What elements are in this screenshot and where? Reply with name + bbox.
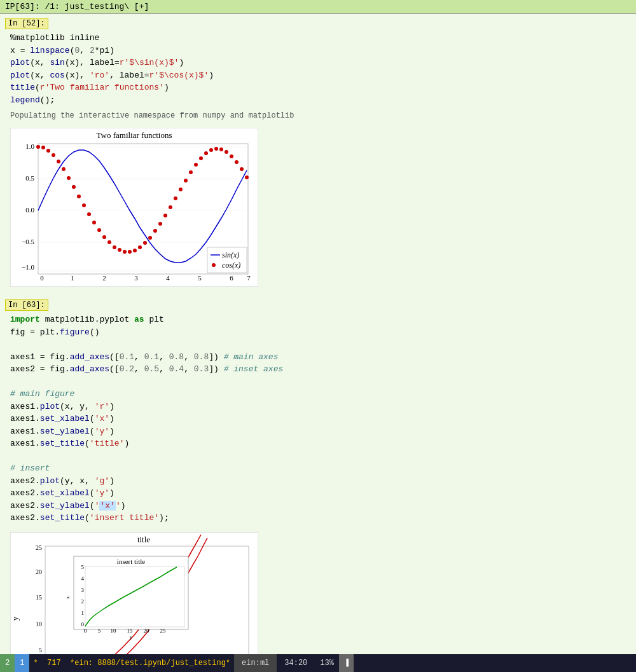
svg-point-22 — [46, 149, 50, 153]
svg-point-27 — [72, 185, 76, 189]
status-modified: * 717 *ein: 8888/test.ipynb/just_testing… — [29, 659, 234, 668]
svg-text:7: 7 — [247, 274, 251, 282]
svg-point-26 — [67, 176, 71, 180]
cell-63-label[interactable]: In [63]: — [5, 299, 48, 311]
cell-52-output: Populating the interactive namespace fro… — [0, 109, 636, 123]
svg-text:3: 3 — [134, 274, 138, 282]
svg-point-20 — [36, 145, 40, 149]
svg-point-37 — [123, 250, 127, 254]
svg-text:sin(x): sin(x) — [222, 250, 239, 259]
svg-text:0.0: 0.0 — [25, 206, 34, 214]
cell-52-label[interactable]: In [52]: — [5, 18, 48, 29]
status-cell-num: 1 — [15, 654, 29, 672]
svg-text:6: 6 — [230, 274, 233, 282]
svg-point-57 — [225, 150, 228, 154]
status-cell-num2: 2 — [0, 654, 15, 672]
status-position: 34:20 — [277, 659, 315, 668]
svg-text:4: 4 — [166, 274, 170, 282]
svg-text:1: 1 — [71, 274, 74, 282]
cell-63-code: import matplotlib.pyplot as plt fig = pl… — [0, 312, 636, 527]
chart2-main-ylabel: y — [11, 617, 20, 621]
svg-text:x: x — [64, 596, 71, 599]
svg-text:1: 1 — [81, 610, 85, 616]
svg-point-55 — [214, 147, 218, 151]
svg-point-50 — [189, 170, 193, 174]
chart2-svg: title y x 25 20 15 10 5 0 0 1 2 3 4 — [10, 532, 258, 655]
svg-text:5: 5 — [81, 564, 85, 570]
svg-text:5: 5 — [39, 647, 42, 654]
svg-text:15: 15 — [36, 594, 42, 601]
svg-text:y: y — [130, 634, 133, 640]
chart2-main-title: title — [137, 535, 150, 544]
svg-point-39 — [133, 249, 137, 252]
svg-point-35 — [113, 245, 116, 249]
svg-text:3: 3 — [81, 587, 85, 593]
svg-point-42 — [148, 236, 152, 240]
svg-point-31 — [92, 221, 96, 224]
svg-text:2: 2 — [81, 598, 85, 605]
svg-text:15: 15 — [127, 627, 134, 634]
svg-point-33 — [102, 235, 106, 239]
cell-52: In [52]: %matplotlib inline x = linspace… — [0, 14, 636, 296]
cell-63: In [63]: import matplotlib.pyplot as plt… — [0, 296, 636, 654]
svg-text:25: 25 — [160, 627, 167, 634]
svg-text:10: 10 — [111, 627, 117, 634]
title-bar: IP[63]: /1: just_testing\ [+] — [0, 0, 636, 14]
chart2-container: title y x 25 20 15 10 5 0 0 1 2 3 4 — [10, 532, 258, 655]
svg-point-61 — [245, 175, 249, 179]
svg-point-46 — [169, 205, 172, 209]
svg-point-51 — [194, 163, 198, 167]
svg-text:−0.5: −0.5 — [22, 238, 34, 245]
svg-text:5: 5 — [98, 627, 101, 634]
svg-text:0: 0 — [40, 274, 44, 282]
svg-point-23 — [52, 153, 55, 157]
svg-text:25: 25 — [36, 544, 42, 551]
svg-point-38 — [128, 250, 132, 254]
svg-text:−1.0: −1.0 — [22, 263, 34, 271]
svg-point-21 — [41, 146, 45, 149]
svg-point-44 — [158, 222, 162, 226]
status-scroll: ▐ — [339, 654, 354, 672]
svg-point-43 — [153, 229, 157, 233]
svg-point-28 — [77, 195, 81, 198]
svg-point-58 — [230, 154, 233, 158]
svg-point-60 — [240, 167, 244, 171]
svg-text:4: 4 — [81, 575, 85, 582]
svg-text:0: 0 — [81, 621, 85, 627]
svg-point-45 — [163, 214, 167, 217]
svg-point-48 — [179, 188, 183, 191]
svg-point-29 — [82, 203, 86, 207]
svg-point-59 — [235, 160, 238, 164]
svg-point-56 — [219, 147, 223, 151]
status-mode: ein:ml — [234, 654, 277, 672]
svg-point-47 — [174, 196, 177, 200]
chart2-inset-title: insert title — [117, 558, 145, 565]
chart1-container: Two familiar functions 1.0 0.5 0.0 −0.5 … — [10, 128, 258, 289]
svg-point-34 — [107, 240, 111, 244]
svg-point-40 — [138, 245, 142, 249]
notebook[interactable]: In [52]: %matplotlib inline x = linspace… — [0, 14, 636, 654]
svg-point-54 — [209, 148, 213, 152]
title-text: IP[63]: /1: just_testing\ [+] — [5, 2, 149, 11]
svg-rect-96 — [85, 566, 184, 627]
chart1-title: Two familiar functions — [97, 130, 172, 140]
cell-52-code: %matplotlib inline x = linspace(0, 2*pi)… — [0, 31, 636, 109]
status-bar: 2 1 * 717 *ein: 8888/test.ipynb/just_tes… — [0, 654, 636, 672]
svg-point-32 — [97, 228, 101, 232]
svg-text:2: 2 — [102, 274, 106, 282]
chart1-svg: Two familiar functions 1.0 0.5 0.0 −0.5 … — [10, 128, 258, 287]
svg-text:cos(x): cos(x) — [222, 261, 240, 270]
svg-point-52 — [199, 156, 203, 160]
svg-text:20: 20 — [144, 627, 150, 634]
svg-text:0.5: 0.5 — [25, 174, 34, 182]
svg-text:10: 10 — [36, 621, 42, 627]
svg-point-24 — [57, 160, 60, 163]
svg-text:5: 5 — [198, 274, 202, 282]
svg-point-30 — [87, 212, 91, 216]
svg-point-36 — [118, 248, 121, 252]
svg-point-25 — [62, 167, 66, 171]
svg-point-65 — [212, 263, 216, 267]
svg-point-41 — [143, 241, 147, 245]
svg-point-53 — [204, 151, 208, 155]
svg-text:1.0: 1.0 — [25, 142, 34, 150]
